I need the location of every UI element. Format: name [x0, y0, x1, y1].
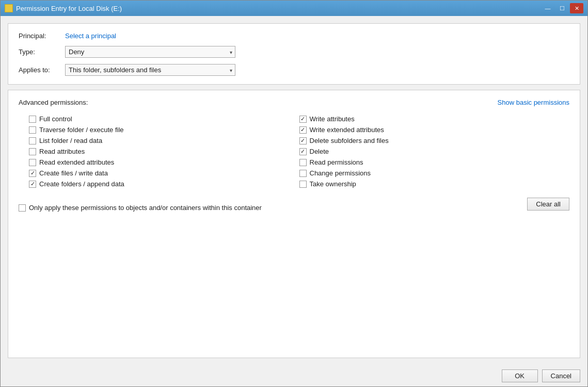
window-icon: [5, 4, 13, 12]
applies-label: Applies to:: [19, 66, 65, 74]
title-controls: — ☐ ✕: [541, 3, 583, 13]
perm-read-permissions-label: Read permissions: [310, 158, 363, 166]
cancel-button[interactable]: Cancel: [542, 369, 580, 382]
only-apply-row: Only apply these permissions to objects …: [19, 204, 262, 212]
window-body: Principal: Select a principal Type: Allo…: [1, 16, 587, 365]
perm-traverse-folder-label: Traverse folder / execute file: [39, 126, 124, 134]
advanced-section: Advanced permissions: Show basic permiss…: [8, 90, 580, 358]
perm-create-files: Create files / write data: [29, 168, 299, 179]
principal-section: Principal: Select a principal Type: Allo…: [8, 23, 580, 85]
title-bar: Permission Entry for Local Disk (E:) — ☐…: [1, 1, 587, 16]
applies-select[interactable]: This folder, subfolders and files This f…: [65, 64, 235, 76]
perm-delete-label: Delete: [310, 148, 329, 155]
perm-delete-checkbox[interactable]: [299, 148, 307, 155]
perm-delete-subfolders-checkbox[interactable]: [299, 137, 307, 144]
minimize-button[interactable]: —: [541, 3, 554, 13]
perm-take-ownership: Take ownership: [299, 179, 570, 189]
perm-read-permissions: Read permissions: [299, 157, 570, 168]
perm-write-attributes-checkbox[interactable]: [299, 116, 307, 123]
only-apply-label: Only apply these permissions to objects …: [29, 204, 262, 212]
advanced-header: Advanced permissions: Show basic permiss…: [19, 99, 569, 106]
perm-write-ext-attributes: Write extended attributes: [299, 124, 570, 135]
perm-change-permissions-label: Change permissions: [310, 169, 371, 177]
permissions-columns: Full control Traverse folder / execute f…: [29, 114, 569, 189]
footer: OK Cancel: [1, 365, 587, 386]
perm-change-permissions-checkbox[interactable]: [299, 170, 307, 177]
perm-create-files-checkbox[interactable]: [29, 170, 36, 177]
perm-read-ext-attributes: Read extended attributes: [29, 157, 299, 168]
perm-write-attributes-label: Write attributes: [310, 115, 355, 123]
perm-full-control: Full control: [29, 114, 299, 124]
ok-button[interactable]: OK: [502, 369, 538, 382]
perm-read-ext-attributes-label: Read extended attributes: [39, 158, 114, 166]
select-principal-link[interactable]: Select a principal: [65, 32, 116, 40]
advanced-footer: Only apply these permissions to objects …: [19, 197, 569, 212]
only-apply-checkbox[interactable]: [19, 204, 26, 212]
principal-row: Principal: Select a principal: [19, 32, 569, 40]
perm-list-folder-label: List folder / read data: [39, 137, 102, 144]
perm-full-control-label: Full control: [39, 115, 72, 123]
perm-write-attributes: Write attributes: [299, 114, 570, 124]
type-select-wrapper: Allow Deny ▾: [65, 46, 235, 58]
perm-list-folder: List folder / read data: [29, 135, 299, 146]
perm-delete-subfolders-label: Delete subfolders and files: [310, 137, 389, 144]
permissions-col-right: Write attributes Write extended attribut…: [299, 114, 570, 189]
principal-label: Principal:: [19, 32, 65, 40]
permissions-col-left: Full control Traverse folder / execute f…: [29, 114, 299, 189]
perm-read-permissions-checkbox[interactable]: [299, 159, 307, 166]
perm-delete: Delete: [299, 146, 570, 157]
applies-select-wrapper: This folder, subfolders and files This f…: [65, 64, 235, 76]
show-basic-link[interactable]: Show basic permissions: [498, 99, 569, 106]
applies-row: Applies to: This folder, subfolders and …: [19, 64, 569, 76]
perm-traverse-folder-checkbox[interactable]: [29, 126, 36, 134]
perm-traverse-folder: Traverse folder / execute file: [29, 124, 299, 135]
close-button[interactable]: ✕: [570, 3, 583, 13]
perm-delete-subfolders: Delete subfolders and files: [299, 135, 570, 146]
type-row: Type: Allow Deny ▾: [19, 46, 569, 58]
perm-write-ext-attributes-checkbox[interactable]: [299, 126, 307, 134]
type-select[interactable]: Allow Deny: [65, 46, 235, 58]
perm-list-folder-checkbox[interactable]: [29, 137, 36, 144]
perm-create-folders: Create folders / append data: [29, 179, 299, 189]
window-title: Permission Entry for Local Disk (E:): [16, 5, 122, 12]
perm-create-files-label: Create files / write data: [39, 169, 108, 177]
perm-create-folders-label: Create folders / append data: [39, 180, 124, 188]
type-label: Type:: [19, 48, 65, 56]
perm-create-folders-checkbox[interactable]: [29, 181, 36, 188]
clear-all-button[interactable]: Clear all: [527, 198, 569, 211]
window: Permission Entry for Local Disk (E:) — ☐…: [0, 0, 588, 387]
perm-write-ext-attributes-label: Write extended attributes: [310, 126, 384, 134]
perm-read-attributes: Read attributes: [29, 146, 299, 157]
perm-change-permissions: Change permissions: [299, 168, 570, 179]
maximize-button[interactable]: ☐: [555, 3, 569, 13]
title-bar-left: Permission Entry for Local Disk (E:): [5, 4, 122, 12]
perm-read-ext-attributes-checkbox[interactable]: [29, 159, 36, 166]
perm-take-ownership-label: Take ownership: [310, 180, 356, 188]
advanced-title: Advanced permissions:: [19, 99, 88, 106]
perm-take-ownership-checkbox[interactable]: [299, 181, 307, 188]
perm-read-attributes-label: Read attributes: [39, 148, 85, 155]
perm-read-attributes-checkbox[interactable]: [29, 148, 36, 155]
perm-full-control-checkbox[interactable]: [29, 116, 36, 123]
